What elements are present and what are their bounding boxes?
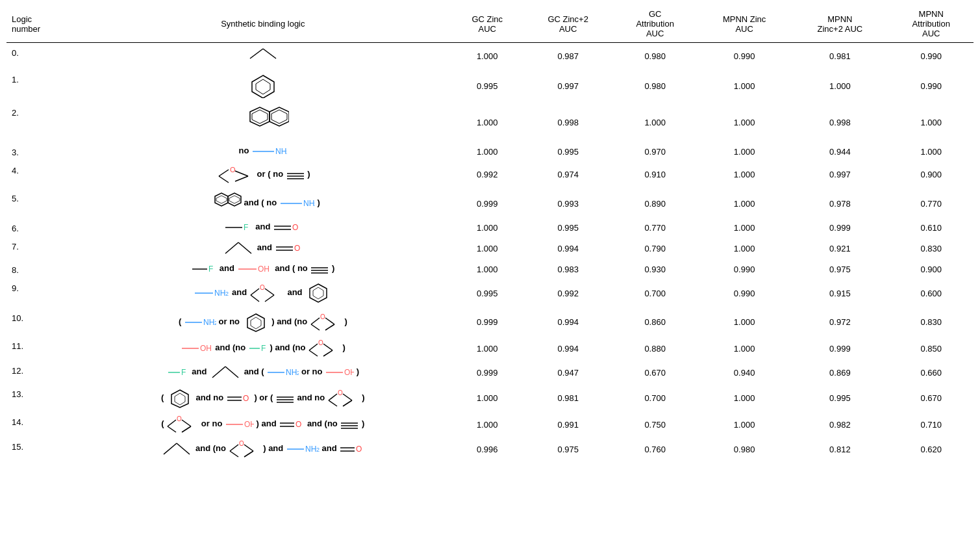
val-14-gc-zinc: 1.000 [451,412,523,437]
svg-line-15 [235,176,248,181]
svg-text:OH: OH [344,368,354,377]
val-1-gc-zinc: 0.995 [451,70,523,103]
svg-line-60 [325,318,334,324]
svg-line-111 [244,445,253,451]
val-10-mpnn-attr: 0.830 [888,308,974,336]
mol-2 [237,105,289,138]
logic-text-15and2: ) and [263,443,286,453]
mol-14b: OH [225,418,254,431]
svg-line-91 [343,394,352,400]
val-1-gc-attr: 0.980 [612,70,697,103]
mol-14c: O [279,418,305,431]
logic-text-12and1: and [192,367,207,376]
svg-text:O: O [243,394,249,403]
val-2-mpnn-attr: 1.000 [888,103,974,142]
logic-text-12and2: and ( [244,367,267,376]
svg-text:F: F [181,368,186,377]
svg-line-107 [164,443,177,454]
val-11-gc-zinc: 1.000 [451,336,523,361]
logic-text-13p1: ( [161,393,164,402]
val-4-mpnn-zinc2: 0.997 [791,161,888,188]
val-1-mpnn-zinc: 1.000 [697,70,791,103]
val-6-gc-zinc2: 0.995 [523,218,612,237]
mol-13c [275,392,295,405]
binding-logic-15: and (no O ) and NH 2 and [75,437,451,461]
val-15-mpnn-attr: 0.620 [888,437,974,461]
table-row: 12. F and and ( NH 2 or no [6,361,974,384]
svg-line-75 [225,367,238,378]
binding-logic-12: F and and ( NH 2 or no OH [75,361,451,384]
svg-marker-57 [251,317,261,329]
val-4-mpnn-zinc: 1.000 [697,161,791,188]
mol-12c: NH 2 [266,366,299,379]
val-11-gc-attr: 0.880 [612,336,697,361]
mol-1 [247,72,279,98]
val-2-gc-zinc2: 0.998 [523,103,612,142]
svg-marker-7 [271,110,287,123]
main-table: Logicnumber Synthetic binding logic GC Z… [6,6,974,461]
mol-12b [209,363,242,382]
mol-4a: O [216,163,255,186]
val-3-gc-zinc2: 0.995 [523,142,612,161]
svg-line-11 [219,170,229,176]
val-0-mpnn-zinc2: 0.981 [791,43,888,70]
svg-text:2: 2 [297,370,299,376]
svg-text:2: 2 [225,291,229,297]
logic-text-15and3: and [322,443,340,453]
mol-13d: O [327,389,360,408]
table-row: 8. F and OH and ( no [6,260,974,278]
logic-text-3a: no [239,146,249,155]
svg-line-97 [168,426,176,432]
logic-text-14and2: and (no [307,419,340,428]
binding-logic-2 [75,103,451,142]
mol-5a [206,191,242,216]
svg-line-94 [168,420,176,426]
svg-text:F: F [244,223,248,232]
table-row: 4. O or ( no ) 0.992 [6,161,974,188]
table-row: 1. 0.995 0.997 0.980 1.000 1.000 0.990 [6,70,974,103]
val-4-mpnn-attr: 0.900 [888,161,974,188]
table-row: 3. no NH 2 1.000 0.995 0.970 1.000 0.944… [6,142,974,161]
binding-logic-8: F and OH and ( no ) [75,260,451,278]
svg-line-13 [235,171,248,176]
val-11-mpnn-zinc: 1.000 [697,336,791,361]
binding-logic-14: ( O or no OH ) and O [75,412,451,437]
val-14-mpnn-zinc: 1.000 [697,412,791,437]
val-12-mpnn-attr: 0.660 [888,361,974,384]
binding-logic-1 [75,70,451,103]
table-row: 6. F and O 1.000 0.995 0.770 1.000 0.999… [6,218,974,237]
mol-11b: F [248,342,268,355]
svg-marker-82 [175,393,185,405]
binding-logic-11: OH and (no F ) and (no O ) [75,336,451,361]
mol-9a: NH 2 [194,287,229,300]
val-15-mpnn-zinc2: 0.812 [791,437,888,461]
svg-text:F: F [208,265,213,274]
val-6-mpnn-zinc: 1.000 [697,218,791,237]
binding-logic-5: and ( no NH 2 ) [75,188,451,218]
svg-line-46 [251,289,259,295]
svg-marker-51 [310,284,327,302]
mol-13a [166,387,194,409]
svg-text:O: O [338,389,343,396]
val-12-gc-zinc2: 0.947 [523,361,612,384]
header-gc-attr: GCAttributionAUC [612,6,697,43]
svg-marker-22 [229,196,240,203]
val-13-gc-zinc2: 0.981 [523,384,612,412]
svg-marker-20 [216,196,227,203]
logic-num-2: 2. [6,103,75,142]
mol-0 [244,45,283,65]
val-9-gc-zinc: 0.995 [451,278,523,308]
val-3-mpnn-zinc2: 0.944 [791,142,888,161]
svg-line-112 [230,451,238,457]
logic-text-13or: ) or ( [254,393,273,402]
logic-num-12: 12. [6,361,75,384]
val-2-mpnn-zinc2: 0.998 [791,103,888,142]
logic-text-15and1: and (no [195,443,229,453]
val-9-mpnn-zinc: 0.990 [697,278,791,308]
val-3-gc-zinc: 1.000 [451,142,523,161]
val-0-gc-attr: 0.980 [612,43,697,70]
binding-logic-13: ( and no O ) or ( and no [75,384,451,412]
val-9-gc-attr: 0.700 [612,278,697,308]
logic-text-4or: or ( [257,169,271,179]
val-13-mpnn-zinc2: 0.995 [791,384,888,412]
